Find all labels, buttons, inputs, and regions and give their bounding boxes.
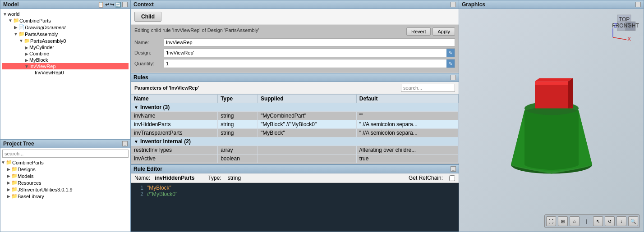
- tree-item-combine[interactable]: ▶ Combine: [2, 50, 129, 57]
- model-icon-3[interactable]: ↪: [110, 2, 114, 8]
- pt-folder-designs: 📁: [11, 166, 18, 172]
- table-row[interactable]: restrictInvTypes array //Iterating over …: [131, 146, 459, 155]
- row-default-invhiddenparts: " //A semicolon separa...: [356, 120, 458, 129]
- tree-toggle-invviewrep[interactable]: ▼: [24, 64, 29, 69]
- tree-item-invviewrep[interactable]: ▼ InvViewRep: [2, 63, 129, 69]
- table-row[interactable]: invName string "MyCombinedPart" "": [131, 112, 459, 120]
- context-minimize-icon[interactable]: _: [451, 2, 456, 7]
- graphics-minimize-icon[interactable]: _: [635, 2, 641, 7]
- tree-toggle-partsassembly0[interactable]: ▼: [18, 38, 24, 43]
- tree-item-combineparts[interactable]: ▼ 📁 CombineParts: [2, 17, 129, 24]
- gfx-btn-download[interactable]: ↓: [616, 216, 626, 226]
- quantity-field-container: 1: [164, 59, 455, 68]
- quantity-field-label: Quantity:: [134, 61, 164, 66]
- row-type-invname: string: [218, 112, 258, 120]
- name-field-input[interactable]: [164, 38, 455, 46]
- pt-toggle-designs[interactable]: ▶: [6, 167, 11, 172]
- row-supplied-restrictinvtypes: [258, 146, 356, 155]
- col-type: Type: [218, 95, 258, 103]
- tree-item-world[interactable]: ▼ world: [2, 11, 129, 17]
- rules-toolbar: Parameters of 'InvViewRep': [131, 82, 459, 94]
- table-row[interactable]: invActive boolean true: [131, 155, 459, 163]
- tree-toggle-combineparts[interactable]: ▼: [8, 18, 13, 23]
- gfx-btn-fullscreen[interactable]: ⛶: [546, 216, 556, 226]
- model-icon-4[interactable]: 🔄: [115, 2, 121, 8]
- tree-item-mycylinder[interactable]: ▶ MyCylinder: [2, 44, 129, 50]
- rules-search-input[interactable]: [401, 84, 455, 92]
- quantity-edit-icon[interactable]: [446, 59, 455, 68]
- pt-label-jsinventorutils: JSInventorUtilities3.0.1.9: [18, 187, 73, 192]
- pt-folder-jsinventorutils: 📁: [11, 187, 18, 192]
- model-icon-2[interactable]: ↩: [105, 2, 109, 8]
- row-default-invname: "": [356, 112, 458, 120]
- col-supplied: Supplied: [258, 95, 356, 103]
- gfx-btn-select[interactable]: ↖: [593, 216, 603, 226]
- table-row[interactable]: invTransparentParts string "MyBlock" " /…: [131, 129, 459, 137]
- pt-item-designs[interactable]: ▶ 📁 Designs: [0, 166, 130, 173]
- tree-item-myblock[interactable]: ▶ MyBlock: [2, 57, 129, 63]
- project-tree-search[interactable]: [2, 150, 129, 158]
- tree-item-partsassembly[interactable]: ▼ 📁 PartsAssembly: [2, 31, 129, 37]
- row-type-invtransparentparts: string: [218, 129, 258, 137]
- tree-label-drawingdocument: DrawingDocument: [25, 25, 65, 30]
- rules-minimize-icon[interactable]: _: [451, 75, 456, 80]
- pt-label-models: Models: [18, 173, 33, 179]
- tree-label-partsassembly: PartsAssembly: [25, 32, 58, 37]
- code-string-1: "MyBlock": [147, 185, 171, 191]
- tree-toggle-world[interactable]: ▼: [2, 12, 8, 17]
- pt-item-resources[interactable]: ▶ 📁 Resources: [0, 179, 130, 186]
- tree-item-partsassembly0[interactable]: ▼ 📁 PartsAssembly0: [2, 37, 129, 44]
- apply-button[interactable]: Apply: [432, 27, 455, 36]
- gfx-btn-zoom[interactable]: 🔍: [628, 216, 638, 226]
- gfx-btn-grid[interactable]: ⊞: [558, 216, 568, 226]
- project-tree-minimize-icon[interactable]: _: [122, 141, 128, 146]
- tree-toggle-partsassembly[interactable]: ▼: [13, 32, 18, 36]
- design-edit-icon[interactable]: [446, 49, 455, 57]
- name-field-row: Name:: [134, 38, 455, 46]
- pt-item-jsinventorutils[interactable]: ▶ 📁 JSInventorUtilities3.0.1.9: [0, 186, 130, 193]
- row-name-invhiddenparts: invHiddenParts: [131, 120, 218, 129]
- pt-folder-combineparts: 📁: [6, 159, 12, 165]
- rule-editor-header: Rule Editor _: [131, 164, 459, 173]
- revert-button[interactable]: Revert: [406, 27, 431, 36]
- tree-label-world: world: [8, 11, 19, 17]
- gfx-btn-rotate[interactable]: ↺: [605, 216, 615, 226]
- tree-label-invviewrep: InvViewRep: [29, 64, 56, 69]
- pt-folder-resources: 📁: [11, 180, 18, 186]
- table-row[interactable]: invHiddenParts string "MyBlock" //"MyBlo…: [131, 120, 459, 129]
- tree-toggle-mycylinder[interactable]: ▶: [24, 45, 29, 50]
- tree-item-drawingdocument[interactable]: ▶ 📄 DrawingDocument: [2, 24, 129, 31]
- row-type-invhiddenparts: string: [218, 120, 258, 129]
- pt-toggle-combineparts[interactable]: ▼: [0, 160, 6, 165]
- rule-editor-get-refchain-checkbox[interactable]: [449, 175, 455, 181]
- 3d-model: [500, 57, 603, 184]
- gfx-btn-sep: |: [581, 216, 591, 226]
- tree-label-myblock: MyBlock: [29, 57, 48, 63]
- code-area[interactable]: 1 "MyBlock" 2 //"MyBlock0": [131, 183, 459, 232]
- model-minimize-icon[interactable]: _: [122, 2, 128, 7]
- rule-editor-name-row: Name: invHiddenParts Type: string Get Re…: [131, 173, 459, 183]
- rule-editor-minimize-icon[interactable]: _: [451, 166, 456, 172]
- group-toggle-inventor[interactable]: ▼: [134, 105, 138, 110]
- pt-toggle-resources[interactable]: ▶: [6, 180, 11, 185]
- tree-toggle-myblock[interactable]: ▶: [24, 58, 29, 63]
- row-supplied-invhiddenparts: "MyBlock" //"MyBlock0": [258, 120, 356, 129]
- group-label-inventor: Inventor (3): [140, 104, 170, 110]
- folder-icon-combineparts: 📁: [13, 18, 19, 23]
- pt-item-models[interactable]: ▶ 📁 Models: [0, 173, 130, 179]
- child-button[interactable]: Child: [134, 12, 161, 22]
- pt-toggle-models[interactable]: ▶: [6, 173, 11, 178]
- tree-toggle-drawingdocument[interactable]: ▶: [13, 25, 18, 30]
- group-toggle-inventor-internal[interactable]: ▼: [134, 139, 138, 144]
- pt-item-combineparts[interactable]: ▼ 📁 CombineParts: [0, 159, 130, 166]
- tree-item-invviewrep0[interactable]: InvViewRep0: [2, 69, 129, 76]
- pt-toggle-baselibrary[interactable]: ▶: [6, 194, 11, 199]
- project-tree-panel-header: Project Tree _: [0, 140, 130, 148]
- pt-item-baselibrary[interactable]: ▶ 📁 BaseLibrary: [0, 193, 130, 200]
- gfx-btn-home[interactable]: ⌂: [570, 216, 580, 226]
- tree-toggle-combine[interactable]: ▶: [24, 51, 29, 56]
- pt-folder-models: 📁: [11, 173, 18, 179]
- group-label-inventor-internal: Inventor Internal (2): [140, 138, 191, 145]
- model-icon-1[interactable]: 📋: [98, 2, 104, 8]
- pt-toggle-jsinventorutils[interactable]: ▶: [6, 187, 11, 192]
